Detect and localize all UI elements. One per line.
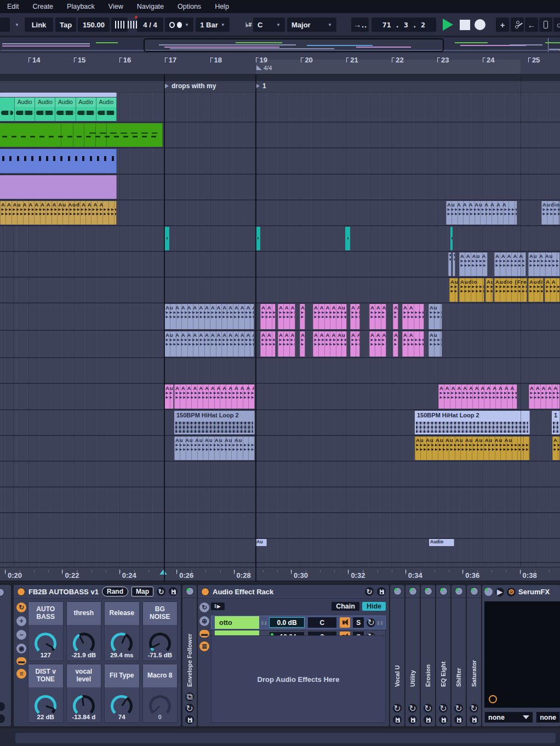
hot-swap-icon[interactable]: ↻	[367, 618, 375, 627]
drag-handle-icon[interactable]: ▮▮	[377, 620, 384, 626]
track-row[interactable]: Au A A A A A A A A A A A A A A A►►►►►►►►…	[0, 331, 560, 358]
record-button[interactable]	[470, 18, 490, 32]
overview-viewport[interactable]	[144, 38, 444, 52]
clip[interactable]: Au A A A A A A A A A A A A A A A►►►►►►►►…	[164, 331, 254, 357]
clip[interactable]: Au►►►►►►►►	[449, 278, 458, 302]
device-vocal-u[interactable]: Vocal U↻	[390, 585, 404, 726]
clip[interactable]: 150BPM HiHat Loop 2	[174, 411, 255, 434]
beat-time-ruler[interactable]: 4/4 141516171819202122232425	[0, 53, 560, 74]
clip[interactable]: A►►►►►►	[552, 437, 560, 460]
menu-item-navigate[interactable]: Navigate	[137, 3, 164, 10]
audio-clip-segment[interactable]: Audio	[76, 97, 96, 121]
track-row[interactable]	[0, 462, 560, 487]
bar-number[interactable]: 14	[32, 56, 40, 64]
menu-item-edit[interactable]: Edit	[7, 3, 19, 10]
map-button[interactable]: Map	[132, 587, 153, 596]
menu-item-options[interactable]: Options	[178, 3, 201, 10]
audio-clip-segment[interactable]: Audio	[96, 97, 117, 121]
time-signature-marker[interactable]: 4/4	[256, 65, 272, 71]
track-row[interactable]	[0, 513, 560, 539]
bar-number[interactable]: 19	[260, 56, 267, 64]
save-icon[interactable]	[393, 715, 402, 724]
clip[interactable]: Au A A A A A A A A A A A A A A A►►►►►►►►…	[164, 304, 254, 329]
status-field[interactable]	[15, 733, 556, 743]
clip[interactable]: Au A A A Au A A A A►►►►►►►►►►►►►►►►►►►►►…	[446, 201, 517, 225]
clip[interactable]: A A►►►►►►►►	[350, 331, 360, 357]
clip[interactable]: A A A A A A A A A A A A A A A A►►►►►►►►►…	[438, 385, 517, 409]
playhead-triangle-icon[interactable]	[159, 570, 167, 575]
track-row[interactable]	[0, 175, 560, 200]
clip[interactable]: Au A Au►►►►►►►►►►►►►►►►►►►►►►►►	[528, 253, 560, 276]
time-signature-field[interactable]: 4 / 4	[137, 18, 163, 32]
bar-number[interactable]: 22	[396, 56, 403, 64]
bar-number[interactable]: 24	[487, 56, 494, 64]
bar-number[interactable]: 15	[78, 56, 85, 64]
audio-clip-segment[interactable]: Audio	[35, 97, 55, 121]
clip[interactable]: A►►►►	[300, 331, 305, 357]
plus-button[interactable]: +	[496, 18, 509, 32]
clip[interactable]	[0, 175, 117, 199]
clip[interactable]: A A►►►►►►►►►►►►	[260, 331, 276, 357]
refresh-icon[interactable]	[0, 702, 5, 711]
chain-name[interactable]: otto	[215, 616, 259, 629]
device-envelope-follower[interactable]: Envelope Follower ⧉ ↻	[182, 585, 197, 726]
clip[interactable]: A A A A A A A A A A A A A A►►►►►►►►►►►►►…	[174, 385, 255, 409]
track-row[interactable]: Au Au Au Au Au Au Au►►►►►►►►►►►►►►►►►►►►…	[0, 436, 560, 462]
preset-dropdown-left[interactable]: none	[484, 711, 533, 723]
device-led-icon[interactable]	[424, 587, 432, 595]
clip[interactable]: A A A A A►►►►►►►►►►►►►►►►►►►►►►►►	[494, 253, 526, 276]
play-icon[interactable]: ▶	[495, 588, 504, 596]
bar-number[interactable]: 21	[350, 56, 358, 64]
clip[interactable]: A A A►►►►►►►►►►►►►►	[369, 331, 386, 357]
track-row[interactable]: Au►►►►►►►►Audio►►►►►►►►►►►►►►►►►►►►Au►►►…	[0, 278, 560, 303]
device-led-icon[interactable]	[484, 588, 493, 596]
device-led-icon[interactable]	[186, 587, 194, 595]
locator-marker[interactable]: drops with my	[164, 82, 216, 90]
bar-number[interactable]: 17	[169, 56, 176, 64]
tempo-field[interactable]: 150.00	[78, 18, 110, 32]
clip[interactable]	[450, 227, 453, 250]
clip[interactable]: A A A►►►►►►►►►►►►►►	[278, 331, 295, 357]
bar-number[interactable]: 16	[123, 56, 131, 64]
device-erosion[interactable]: Erosion↻	[421, 585, 435, 726]
key-root-menu[interactable]: C▼	[253, 18, 285, 32]
clip[interactable]: A A►►►►►►►►►►►►►►►►	[402, 331, 424, 357]
clip[interactable]: A A A►►►►►►►►►►►►►►	[369, 304, 386, 329]
refresh-icon[interactable]: ↻	[454, 704, 463, 713]
tap-tempo-button[interactable]: Tap	[55, 18, 76, 32]
clip[interactable]: A A►►►►►►►►►►►►	[545, 278, 560, 302]
tab-stub[interactable]	[0, 18, 10, 32]
refresh-icon[interactable]: ↻	[185, 704, 194, 713]
hot-swap-icon[interactable]: ↻	[199, 602, 209, 612]
macro-list-icon[interactable]: ≡	[16, 669, 26, 679]
device-activator-icon[interactable]	[17, 588, 25, 596]
macro-variation-camera-icon[interactable]: ◉	[16, 644, 26, 653]
chain-row-otto[interactable]: otto▮▮0.0 dBCS↻▮▮	[211, 616, 386, 629]
track-row[interactable]: A A Au A A A A A A Au Aud A A A A►►►►►►►…	[0, 200, 560, 226]
clip[interactable]: A►►►►	[393, 304, 398, 329]
track-row[interactable]	[0, 226, 560, 252]
clip[interactable]: A A A►►►►►►►►►►►►►►	[278, 304, 295, 329]
track-row[interactable]	[0, 487, 560, 513]
save-icon[interactable]	[454, 715, 463, 724]
device-utility[interactable]: Utility↻	[405, 585, 420, 726]
drag-handle-icon[interactable]: ▮▮	[261, 620, 267, 626]
audio-clip-segment[interactable]: Audio	[55, 97, 76, 121]
hot-swap-icon[interactable]: ↻	[16, 602, 26, 612]
clip[interactable]: Au►►►►►►	[485, 278, 493, 302]
menu-item-view[interactable]: View	[108, 3, 123, 10]
clip[interactable]: A►►►►	[300, 304, 305, 329]
clip[interactable]: A A►►►►►►►►►►►►►►►►	[402, 304, 424, 329]
fit-view-button[interactable]	[539, 18, 552, 32]
follow-button[interactable]: →‥	[351, 18, 369, 32]
clip[interactable]: ►►►►	[448, 253, 452, 276]
window-icon[interactable]: ⧉	[185, 692, 194, 701]
clip[interactable]: A A►►►►►►►►	[350, 304, 360, 329]
save-icon[interactable]	[185, 715, 194, 724]
save-icon[interactable]	[470, 715, 478, 724]
clip[interactable]: Audi►►►►►►►►►►►►	[528, 278, 544, 302]
drop-audio-effects-zone[interactable]: Drop Audio Effects Here	[211, 635, 386, 723]
chain-pan[interactable]: C	[308, 617, 336, 628]
track-row[interactable]: AudioAudioAudioAudioAudio	[0, 93, 560, 123]
device-led-icon[interactable]	[439, 587, 448, 595]
